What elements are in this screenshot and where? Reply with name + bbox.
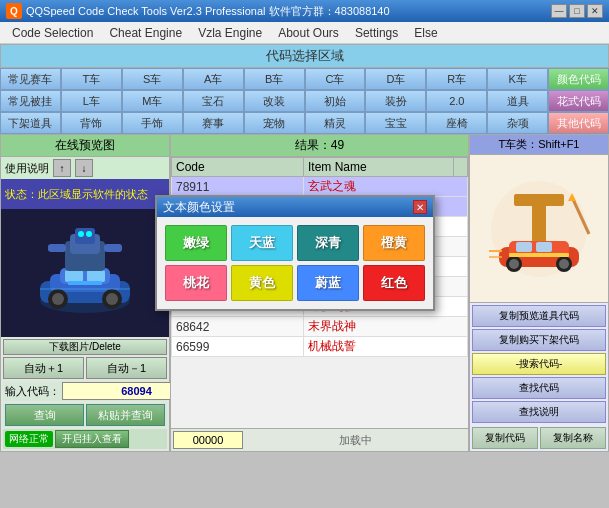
btn-common-hang[interactable]: 常见被挂 [0,90,61,112]
left-status-bar: 网络正常 开启挂入查看 [3,429,167,449]
search-code-button[interactable]: -搜索代码- [472,353,606,375]
find-desc-button[interactable]: 查找说明 [472,401,606,423]
svg-point-7 [52,293,64,305]
svg-point-27 [509,259,519,269]
right-panel: T车类：Shift+F1 [469,134,609,452]
btn-a-car[interactable]: A车 [183,68,244,90]
menu-code-selection[interactable]: Code Selection [4,23,101,43]
btn-seat[interactable]: 座椅 [426,112,487,134]
btn-pet[interactable]: 宠物 [244,112,305,134]
btn-costume[interactable]: 装扮 [365,90,426,112]
bottom-copy-row: 复制代码 复制名称 [470,425,608,451]
btn-misc[interactable]: 杂项 [487,112,548,134]
menu-settings[interactable]: Settings [347,23,406,43]
arrow-down-button[interactable]: ↓ [75,159,93,177]
color-grid: 嫩绿天蓝深青橙黄桃花黄色蔚蓝红色 [157,217,433,309]
download-delete-button[interactable]: 下载图片/Delete [3,339,167,355]
color-dialog: 文本颜色设置 ✕ 嫩绿天蓝深青橙黄桃花黄色蔚蓝红色 [155,195,435,311]
table-row[interactable]: 78911玄武之魂 [172,177,468,197]
find-code-button[interactable]: 查找代码 [472,377,606,399]
menu-about-ours[interactable]: About Ours [270,23,347,43]
left-panel-header: 在线预览图 [1,135,169,157]
color-cell-2[interactable]: 深青 [297,225,359,261]
btn-r-car[interactable]: R车 [426,68,487,90]
dialog-title-bar: 文本颜色设置 ✕ [157,197,433,217]
dialog-close-button[interactable]: ✕ [413,200,427,214]
app-icon: Q [6,3,22,19]
open-insert-button[interactable]: 开启挂入查看 [55,430,129,448]
btn-t-car[interactable]: T车 [61,68,122,90]
btn-common-cars[interactable]: 常见赛车 [0,68,61,90]
btn-other-code[interactable]: 其他代码 [548,112,609,134]
menu-else[interactable]: Else [406,23,445,43]
maximize-button[interactable]: □ [569,4,585,18]
menu-vzla-engine[interactable]: Vzla Engine [190,23,270,43]
left-panel-buttons: 下载图片/Delete 自动＋1 自动－1 输入代码： 查询 粘贴并查询 网络正… [1,337,169,451]
copy-preview-code-button[interactable]: 复制预览道具代码 [472,305,606,327]
btn-s-car[interactable]: S车 [122,68,183,90]
close-button[interactable]: ✕ [587,4,603,18]
menu-cheat-engine[interactable]: Cheat Engine [101,23,190,43]
svg-point-29 [559,259,569,269]
input-code-label: 输入代码： [5,384,60,399]
btn-props[interactable]: 道具 [487,90,548,112]
btn-color-code[interactable]: 颜色代码 [548,68,609,90]
table-row[interactable]: 68642末界战神 [172,317,468,337]
copy-buy-delisted-button[interactable]: 复制购买下架代码 [472,329,606,351]
btn-k-car[interactable]: K车 [487,68,548,90]
color-cell-5[interactable]: 黄色 [231,265,293,301]
loading-label: 加载中 [245,433,466,448]
table-row[interactable]: 66599机械战誓 [172,337,468,357]
address-input[interactable] [173,431,243,449]
btn-b-car[interactable]: B车 [244,68,305,90]
btn-c-car[interactable]: C车 [305,68,366,90]
auto-minus-button[interactable]: 自动－1 [86,357,167,379]
code-row-1: 常见赛车 T车 S车 A车 B车 C车 D车 R车 K车 颜色代码 [0,68,609,90]
color-cell-0[interactable]: 嫩绿 [165,225,227,261]
result-header: 结果：49 [171,135,468,157]
btn-race-event[interactable]: 赛事 [183,112,244,134]
svg-point-14 [86,231,92,237]
query-button[interactable]: 查询 [5,404,84,426]
btn-delisted-props[interactable]: 下架道具 [0,112,61,134]
svg-rect-32 [509,253,569,257]
color-cell-7[interactable]: 红色 [363,265,425,301]
copy-code-button[interactable]: 复制代码 [472,427,538,449]
btn-2point0[interactable]: 2.0 [426,90,487,112]
btn-gem[interactable]: 宝石 [183,90,244,112]
btn-back-deco[interactable]: 背饰 [61,112,122,134]
result-count-label: 结果：49 [295,137,344,154]
btn-initial[interactable]: 初始 [305,90,366,112]
btn-fancy-code[interactable]: 花式代码 [548,90,609,112]
color-cell-4[interactable]: 桃花 [165,265,227,301]
usage-label: 使用说明 [5,161,49,176]
paste-query-button[interactable]: 粘贴并查询 [86,404,165,426]
t-car-image [484,179,594,279]
color-cell-3[interactable]: 橙黄 [363,225,425,261]
btn-m-car[interactable]: M车 [122,90,183,112]
svg-rect-15 [48,244,66,252]
color-cell-1[interactable]: 天蓝 [231,225,293,261]
btn-d-car[interactable]: D车 [365,68,426,90]
btn-hand-deco[interactable]: 手饰 [122,112,183,134]
title-bar: Q QQSpeed Code Check Tools Ver2.3 Profes… [0,0,609,22]
color-cell-6[interactable]: 蔚蓝 [297,265,359,301]
car-image-area [1,209,169,337]
btn-modification[interactable]: 改装 [244,90,305,112]
btn-l-car[interactable]: L车 [61,90,122,112]
arrow-up-button[interactable]: ↑ [53,159,71,177]
svg-rect-5 [87,270,105,282]
copy-name-button[interactable]: 复制名称 [540,427,606,449]
bottom-input-row: 加载中 [171,428,468,451]
svg-rect-17 [68,281,102,285]
svg-rect-25 [536,242,552,252]
t-car-image-area [470,155,608,303]
minimize-button[interactable]: — [551,4,567,18]
auto-plus-button[interactable]: 自动＋1 [3,357,84,379]
svg-rect-16 [104,244,122,252]
btn-spirit[interactable]: 精灵 [305,112,366,134]
svg-point-13 [78,231,84,237]
code-row-3: 下架道具 背饰 手饰 赛事 宠物 精灵 宝宝 座椅 杂项 其他代码 [0,112,609,134]
btn-baby[interactable]: 宝宝 [365,112,426,134]
right-panel-buttons: 复制预览道具代码 复制购买下架代码 -搜索代码- 查找代码 查找说明 [470,303,608,425]
